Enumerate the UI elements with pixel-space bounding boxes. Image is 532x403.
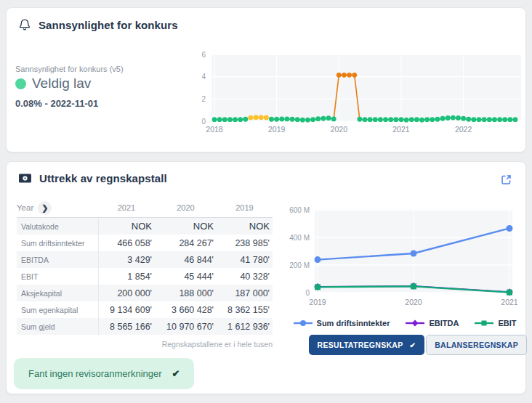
financials-panel-header: Uttrekk av regnskapstall	[7, 162, 525, 184]
banknote-icon	[18, 173, 32, 184]
svg-text:0: 0	[305, 289, 310, 297]
external-link-icon[interactable]	[499, 172, 514, 190]
financial-table: Year ❯ 202120202019 ValutakodeNOKNOKNOKS…	[17, 198, 273, 349]
cell-value: 41 780'	[217, 251, 273, 268]
row-label: Sum egenkapital	[17, 301, 98, 318]
bankruptcy-panel: Sannsynlighet for konkurs Sannsynlighet …	[6, 7, 526, 152]
chart-legend: Sum driftsinntekterEBITDAEBIT	[283, 319, 527, 327]
legend-item-sum-driftsinntekter[interactable]: Sum driftsinntekter	[294, 319, 390, 327]
svg-text:2020: 2020	[331, 125, 348, 134]
cell-value: 40 328'	[217, 268, 273, 285]
table-row: Aksjekapital200 000'188 000'187 000'	[17, 285, 273, 301]
legend-item-ebitda[interactable]: EBITDA	[406, 319, 459, 327]
svg-text:400 M: 400 M	[289, 234, 310, 242]
cell-value: 200 000'	[98, 285, 155, 301]
legend-item-ebit[interactable]: EBIT	[475, 319, 516, 327]
cell-value: 238 985'	[217, 235, 273, 251]
cell-value: 3 429'	[98, 251, 155, 268]
cell-value: 10 970 670'	[155, 318, 217, 335]
table-row: Sum driftsinntekter466 058'284 267'238 9…	[17, 235, 273, 251]
row-label: Sum gjeld	[17, 318, 98, 335]
svg-text:2: 2	[201, 95, 206, 103]
table-row: EBITDA3 429'46 844'41 780'	[17, 251, 273, 268]
year-label: Year	[17, 203, 33, 212]
bankruptcy-panel-header: Sannsynlighet for konkurs	[7, 8, 525, 31]
svg-text:2021: 2021	[392, 125, 410, 134]
resultatregnskap-button[interactable]: RESULTATREGNSKAP✔	[309, 335, 425, 355]
table-footnote: Regnskapstallene er i hele tusen	[17, 340, 273, 349]
svg-text:0: 0	[201, 118, 206, 126]
cell-value: 284 267'	[155, 235, 217, 251]
cell-value: 466 058'	[98, 235, 155, 251]
status-dot	[15, 78, 26, 89]
cell-value: NOK	[155, 218, 217, 235]
svg-text:600 M: 600 M	[289, 206, 310, 214]
legend-label: EBIT	[498, 319, 516, 327]
no-auditor-remarks-badge: Fant ingen revisoranmerkninger ✔	[14, 358, 194, 389]
cell-value: 9 134 609'	[98, 301, 155, 318]
year-columns: 202120202019	[98, 203, 273, 212]
bankruptcy-status-value: Veldig lav	[32, 76, 91, 91]
svg-text:6: 6	[201, 51, 206, 59]
bankruptcy-model-label: Sannsynlighet for konkurs (v5)	[15, 65, 182, 73]
bankruptcy-trend-chart: 024620182019202020212022	[181, 46, 524, 147]
bankruptcy-status-block: Sannsynlighet for konkurs (v5) Veldig la…	[15, 65, 182, 109]
chevron-right-icon[interactable]: ❯	[38, 201, 52, 215]
cell-value: NOK	[217, 218, 273, 235]
svg-text:2019: 2019	[268, 125, 286, 134]
year-column-header: 2019	[217, 203, 273, 212]
legend-label: EBITDA	[429, 319, 459, 327]
financial-figures-table: ValutakodeNOKNOKNOKSum driftsinntekter46…	[17, 218, 273, 335]
cell-value: 1 854'	[98, 268, 155, 285]
cell-value: NOK	[98, 218, 155, 235]
svg-text:4: 4	[201, 73, 206, 81]
dashboard-page: Sannsynlighet for konkurs Sannsynlighet …	[0, 0, 532, 403]
row-label: Sum driftsinntekter	[17, 235, 98, 251]
table-row: Sum gjeld8 565 166'10 970 670'1 612 936'	[17, 318, 273, 335]
cell-value: 8 565 166'	[98, 318, 155, 335]
cell-value: 188 000'	[155, 285, 217, 301]
bell-icon	[18, 18, 31, 31]
svg-text:2022: 2022	[455, 125, 472, 134]
svg-text:2018: 2018	[206, 125, 223, 134]
bankruptcy-status-detail: 0.08% - 2022-11-01	[15, 98, 182, 109]
table-row: EBIT1 854'45 444'40 328'	[17, 268, 273, 285]
balanseregnskap-button[interactable]: BALANSEREGNSKAP	[426, 335, 527, 355]
statement-toggle: RESULTATREGNSKAP✔BALANSEREGNSKAP	[283, 335, 527, 355]
check-icon: ✔	[410, 341, 416, 349]
cell-value: 45 444'	[155, 268, 217, 285]
financials-chart-block: 0200 M400 M600 M201920202021 Sum driftsi…	[283, 198, 527, 355]
svg-text:2019: 2019	[309, 298, 326, 306]
cell-value: 3 660 428'	[155, 301, 217, 318]
row-label: Valutakode	[17, 218, 98, 235]
row-label: EBIT	[17, 268, 98, 285]
row-label: EBITDA	[17, 251, 98, 268]
financial-table-header: Year ❯ 202120202019	[17, 198, 273, 218]
svg-text:2020: 2020	[405, 298, 422, 306]
row-label: Aksjekapital	[17, 285, 98, 301]
cell-value: 1 612 936'	[217, 318, 273, 335]
year-column-header: 2021	[98, 203, 155, 212]
check-icon: ✔	[172, 368, 180, 379]
legend-label: Sum driftsinntekter	[317, 319, 390, 327]
year-column-header: 2020	[155, 203, 217, 212]
table-row: Sum egenkapital9 134 609'3 660 428'8 362…	[17, 301, 273, 318]
financials-panel-title: Uttrekk av regnskapstall	[39, 172, 167, 184]
table-row: ValutakodeNOKNOKNOK	[17, 218, 273, 235]
svg-text:2021: 2021	[501, 298, 518, 306]
financials-line-chart: 0200 M400 M600 M201920202021	[283, 198, 527, 317]
financials-panel: Uttrekk av regnskapstall Year ❯ 20212020…	[6, 161, 526, 394]
bankruptcy-panel-title: Sannsynlighet for konkurs	[39, 19, 178, 31]
svg-text:200 M: 200 M	[289, 261, 310, 269]
cell-value: 46 844'	[155, 251, 217, 268]
cell-value: 8 362 155'	[217, 301, 273, 318]
cell-value: 187 000'	[217, 285, 273, 301]
no-auditor-remarks-text: Fant ingen revisoranmerkninger	[28, 368, 162, 379]
bankruptcy-status-line: Veldig lav	[15, 76, 182, 91]
